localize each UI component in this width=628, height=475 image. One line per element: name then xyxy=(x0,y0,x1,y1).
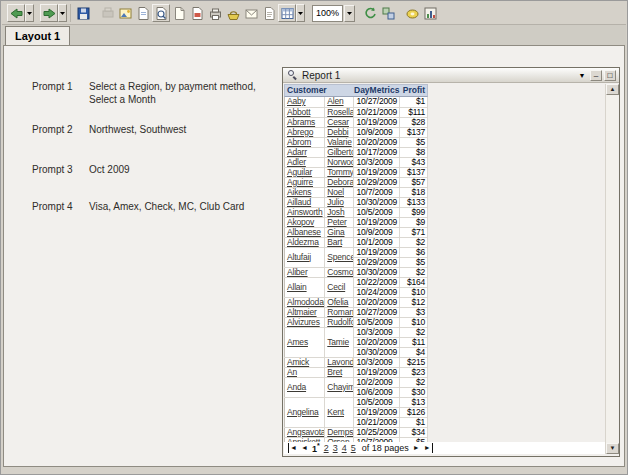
customer-first-name-link[interactable]: Cesar xyxy=(327,117,349,127)
customer-last-name-link[interactable]: Abrom xyxy=(287,137,311,147)
customer-last-name-link[interactable]: Aguirre xyxy=(287,177,313,187)
previous-page-icon[interactable]: ◄ xyxy=(301,443,308,453)
customer-last-name-link[interactable]: Abbott xyxy=(287,107,310,117)
customer-last-name-link[interactable]: Aikens xyxy=(287,187,311,197)
forward-history-dropdown-icon[interactable] xyxy=(58,4,67,22)
customer-first-name-link[interactable]: Roman xyxy=(327,307,353,317)
customer-last-name-link[interactable]: Amick xyxy=(287,357,309,367)
report-panel-titlebar[interactable]: Report 1 ▼ – □ xyxy=(283,68,619,83)
customer-last-name-link[interactable]: Almododar xyxy=(287,297,325,307)
customer-last-name-link[interactable]: Akopov xyxy=(287,217,314,227)
send-mail-icon[interactable] xyxy=(242,4,260,22)
customer-last-name-link[interactable]: Abrego xyxy=(287,127,313,137)
customer-last-name-link[interactable]: Alvizures xyxy=(287,317,320,327)
customer-last-name-link[interactable]: Adarr xyxy=(287,147,307,157)
customer-last-name-link[interactable]: Anda xyxy=(287,382,306,392)
customer-last-name-link[interactable]: Aldezma xyxy=(287,237,319,247)
customer-first-name-link[interactable]: Debbi xyxy=(327,127,348,137)
forward-icon[interactable] xyxy=(40,4,58,22)
day-cell: 10/21/2009 xyxy=(354,107,399,117)
customer-first-name-link[interactable]: Rosella xyxy=(327,107,354,117)
view-chart-icon[interactable] xyxy=(421,4,439,22)
customer-last-name-link[interactable]: Altufaij xyxy=(287,252,311,262)
swap-view-icon[interactable] xyxy=(379,4,397,22)
customer-last-name-link[interactable]: Ainsworth xyxy=(287,207,323,217)
customer-first-name-link[interactable]: Norwood xyxy=(327,157,354,167)
panel-maximize-icon[interactable]: □ xyxy=(604,70,616,81)
back-history-dropdown-icon[interactable] xyxy=(25,4,34,22)
customer-last-name-link[interactable]: Angsavotai xyxy=(287,427,325,437)
customer-last-name-link[interactable]: Aillaud xyxy=(287,197,311,207)
export-pdf-icon[interactable] xyxy=(188,4,206,22)
panel-scrollbar[interactable]: ▲ ▼ xyxy=(605,84,618,454)
page-setup-icon[interactable] xyxy=(260,4,278,22)
customer-first-name-link[interactable]: Gilberto xyxy=(327,147,354,157)
customer-first-name-link[interactable]: Rudolfo xyxy=(327,317,354,327)
customer-last-name-link[interactable]: Abrams xyxy=(287,117,315,127)
print-preview-icon[interactable] xyxy=(152,4,170,22)
zoom-dropdown-icon[interactable] xyxy=(344,5,355,22)
day-cell: 10/29/2009 xyxy=(354,177,399,187)
customer-first-name-link[interactable]: Valarie xyxy=(327,137,351,147)
first-page-icon[interactable]: ◄ xyxy=(288,443,297,453)
customer-last-name-link[interactable]: Aaby xyxy=(287,97,306,106)
header-metrics[interactable]: Metrics xyxy=(370,85,400,96)
zoom-select[interactable]: 100% xyxy=(312,5,343,22)
customer-last-name-link[interactable]: Altmaier xyxy=(287,307,317,317)
customer-first-name-link[interactable]: Cecil xyxy=(327,282,345,292)
scroll-up-icon[interactable]: ▲ xyxy=(606,84,619,95)
save-icon[interactable] xyxy=(74,4,92,22)
next-page-icon[interactable]: ► xyxy=(413,443,420,453)
header-customer[interactable]: Customer xyxy=(285,85,354,96)
customer-last-name-link[interactable]: An xyxy=(287,367,297,377)
customer-first-name-link[interactable]: Bart xyxy=(327,237,342,247)
back-icon[interactable] xyxy=(7,4,25,22)
customer-first-name-link[interactable]: Peter xyxy=(327,217,346,227)
customer-first-name-link[interactable]: Chayim xyxy=(327,382,354,392)
insert-grid-dropdown-icon[interactable] xyxy=(296,4,305,22)
header-profit[interactable]: Profit xyxy=(403,85,427,96)
customer-last-name-link[interactable]: Aguilar xyxy=(287,167,312,177)
table-row: AmickLavonda10/3/2009$215 xyxy=(285,357,428,367)
last-page-icon[interactable]: ► xyxy=(424,443,433,453)
export-excel-icon[interactable] xyxy=(224,4,242,22)
insert-grid-icon[interactable] xyxy=(278,4,296,22)
customer-last-name-link[interactable]: Adler xyxy=(287,157,306,167)
customer-first-name-link[interactable]: Ofelia xyxy=(327,297,348,307)
page-link[interactable]: 3 xyxy=(333,443,338,453)
customer-first-name-link[interactable]: Dempster xyxy=(327,427,354,437)
customer-first-name-link[interactable]: Lavonda xyxy=(327,357,354,367)
panel-menu-dropdown-icon[interactable]: ▼ xyxy=(576,70,588,81)
customer-first-name-link[interactable]: Bret xyxy=(327,367,342,377)
customer-first-name-link[interactable]: Spencer xyxy=(327,252,354,262)
customer-first-name-link[interactable]: Gina xyxy=(327,227,344,237)
page-link[interactable]: 5 xyxy=(351,443,356,453)
export-document-icon[interactable] xyxy=(134,4,152,22)
customer-first-name-link[interactable]: Deborah xyxy=(327,177,354,187)
customer-first-name-link[interactable]: Cosmo xyxy=(327,267,353,277)
customer-first-name-link[interactable]: Noel xyxy=(327,187,344,197)
export-picture-icon[interactable] xyxy=(116,4,134,22)
print-icon[interactable] xyxy=(206,4,224,22)
customer-first-name-link[interactable]: Tamie xyxy=(327,337,349,347)
customer-last-name-link[interactable]: Aliber xyxy=(287,267,308,277)
refresh-icon[interactable] xyxy=(361,4,379,22)
customer-last-name-link[interactable]: Allain xyxy=(287,282,307,292)
customer-first-name-link[interactable]: Julio xyxy=(327,197,343,207)
customer-last-name-link[interactable]: Angelina xyxy=(287,407,318,417)
customer-last-name-link[interactable]: Ames xyxy=(287,337,308,347)
customer-first-name-link[interactable]: Kent xyxy=(327,407,344,417)
design-mode-icon[interactable] xyxy=(403,4,421,22)
scroll-down-icon[interactable]: ▼ xyxy=(606,443,619,454)
header-day[interactable]: Day xyxy=(354,85,370,96)
page-link[interactable]: 4 xyxy=(342,443,347,453)
new-document-icon[interactable] xyxy=(170,4,188,22)
tab-layout-1[interactable]: Layout 1 xyxy=(5,26,70,45)
panel-minimize-icon[interactable]: – xyxy=(590,70,602,81)
customer-last-name-link[interactable]: Albanese xyxy=(287,227,321,237)
page-link[interactable]: 2 xyxy=(324,443,329,453)
customer-first-name-link[interactable]: Tommy xyxy=(327,167,353,177)
customer-first-name-link[interactable]: Alen xyxy=(327,97,343,106)
customer-first-name-link[interactable]: Josh xyxy=(327,207,344,217)
profit-cell: $71 xyxy=(399,227,427,237)
